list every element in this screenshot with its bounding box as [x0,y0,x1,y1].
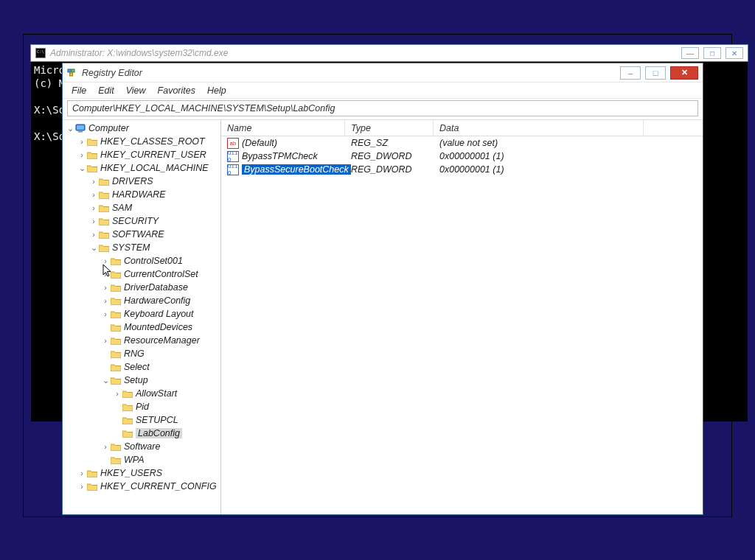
tree-node-sam[interactable]: ›SAM [66,201,220,214]
registry-tree-pane[interactable]: ⌄Computer ›HKEY_CLASSES_ROOT ›HKEY_CURRE… [63,120,221,514]
value-type: REG_DWORD [345,151,434,161]
tree-node-controlset001[interactable]: ›ControlSet001 [66,254,220,267]
cmd-close-button[interactable]: ✕ [726,47,743,59]
tree-node-mounteddevices[interactable]: MountedDevices [66,321,220,334]
tree-node-setupcl[interactable]: SETUPCL [66,413,220,427]
cmd-minimize-button[interactable]: — [681,47,699,59]
list-row[interactable]: ab(Default)REG_SZ(value not set) [221,136,703,150]
folder-icon [111,270,121,279]
tree-node-drivers[interactable]: ›DRIVERS [66,175,220,188]
chevron-down-icon[interactable]: ⌄ [101,376,110,385]
folder-icon [122,390,133,398]
list-row[interactable]: 011 0BypassSecureBootCheckREG_DWORD0x000… [221,163,703,176]
folder-icon [99,231,109,239]
chevron-right-icon[interactable]: › [89,217,98,225]
cmd-icon [35,48,46,58]
menu-file[interactable]: File [72,85,86,96]
chevron-right-icon[interactable]: › [101,336,110,345]
menu-edit[interactable]: Edit [98,85,114,96]
value-name: BypassTPMCheck [242,151,318,161]
svg-rect-2 [70,73,73,76]
registry-minimize-button[interactable]: – [620,66,641,80]
registry-titlebar[interactable]: Registry Editor – □ ✕ [63,63,703,83]
menu-help[interactable]: Help [207,85,226,96]
string-value-icon: ab [227,138,239,149]
chevron-right-icon[interactable]: › [89,177,98,186]
folder-icon [87,469,97,477]
chevron-right-icon[interactable]: › [101,442,110,451]
tree-node-select[interactable]: Select [66,360,220,374]
folder-icon [87,164,97,172]
tree-node-hku[interactable]: ›HKEY_USERS [66,466,220,480]
tree-node-software2[interactable]: ›Software [66,440,220,453]
registry-address-text: Computer\HKEY_LOCAL_MACHINE\SYSTEM\Setup… [72,103,335,113]
tree-node-system[interactable]: ⌄SYSTEM [66,241,220,254]
computer-icon [75,124,86,133]
cmd-window-titlebar[interactable]: Administrator: X:\windows\system32\cmd.e… [30,44,748,62]
column-name[interactable]: Name [221,120,345,136]
chevron-right-icon[interactable]: › [101,256,110,265]
tree-node-keyboardlayout[interactable]: ›Keyboard Layout [66,307,220,321]
value-type: REG_SZ [345,138,434,148]
column-type[interactable]: Type [345,120,434,136]
folder-icon [99,204,109,212]
registry-close-button[interactable]: ✕ [670,66,698,80]
column-data[interactable]: Data [434,120,644,136]
folder-icon [111,323,121,332]
svg-rect-4 [77,125,84,130]
chevron-right-icon[interactable]: › [101,296,110,305]
tree-node-currentcontrolset[interactable]: ›CurrentControlSet [66,267,220,281]
folder-icon [111,377,121,385]
chevron-right-icon[interactable]: › [77,482,86,491]
chevron-right-icon[interactable]: › [89,203,98,212]
tree-node-wpa[interactable]: WPA [66,453,220,466]
chevron-right-icon[interactable]: › [113,389,122,398]
registry-address-bar[interactable]: Computer\HKEY_LOCAL_MACHINE\SYSTEM\Setup… [67,100,698,116]
chevron-right-icon[interactable]: › [77,137,86,146]
registry-maximize-button[interactable]: □ [645,66,666,80]
tree-node-hardware[interactable]: ›HARDWARE [66,188,220,201]
chevron-right-icon[interactable]: › [101,309,110,318]
list-header[interactable]: Name Type Data [221,120,703,136]
tree-node-security[interactable]: ›SECURITY [66,214,220,228]
svg-rect-0 [68,69,71,72]
tree-node-setup[interactable]: ⌄Setup [66,374,220,387]
registry-editor-window: Registry Editor – □ ✕ File Edit View Fav… [62,63,703,515]
folder-icon [87,151,97,159]
registry-window-title: Registry Editor [82,68,142,78]
registry-list-pane[interactable]: Name Type Data ab(Default)REG_SZ(value n… [221,120,703,514]
tree-node-hklm[interactable]: ⌄HKEY_LOCAL_MACHINE [66,161,220,175]
chevron-right-icon[interactable]: › [77,150,86,159]
chevron-down-icon[interactable]: ⌄ [77,164,86,173]
value-name: BypassSecureBootCheck [242,164,351,175]
chevron-right-icon[interactable]: › [101,283,110,292]
chevron-right-icon[interactable]: › [89,190,98,199]
svg-rect-5 [78,131,83,133]
value-type: REG_DWORD [345,164,434,175]
chevron-right-icon[interactable]: › [101,270,110,279]
tree-node-driverdatabase[interactable]: ›DriverDatabase [66,281,220,294]
tree-node-allowstart[interactable]: ›AllowStart [66,387,220,400]
chevron-down-icon[interactable]: ⌄ [89,243,98,253]
menu-view[interactable]: View [126,85,146,96]
list-row[interactable]: 011 0BypassTPMCheckREG_DWORD0x00000001 (… [221,150,703,163]
chevron-right-icon[interactable]: › [77,469,86,477]
value-data: (value not set) [434,138,703,148]
tree-node-hardwareconfig[interactable]: ›HardwareConfig [66,294,220,307]
tree-node-hkcc[interactable]: ›HKEY_CURRENT_CONFIG [66,480,220,493]
chevron-down-icon[interactable]: ⌄ [66,124,74,133]
cmd-maximize-button[interactable]: □ [703,47,721,59]
tree-node-resourcemanager[interactable]: ›ResourceManager [66,334,220,347]
tree-node-software[interactable]: ›SOFTWARE [66,228,220,241]
tree-node-labconfig[interactable]: LabConfig [66,427,220,440]
tree-node-hkcu[interactable]: ›HKEY_CURRENT_USER [66,148,220,161]
tree-node-rng[interactable]: RNG [66,347,220,360]
chevron-right-icon[interactable]: › [89,230,98,239]
menu-favorites[interactable]: Favorites [158,85,195,96]
tree-node-pid[interactable]: Pid [66,400,220,413]
tree-node-computer[interactable]: ⌄Computer [66,122,220,135]
value-data: 0x00000001 (1) [434,151,703,161]
folder-icon [99,217,109,225]
value-data: 0x00000001 (1) [434,164,703,175]
tree-node-hkcr[interactable]: ›HKEY_CLASSES_ROOT [66,135,220,148]
